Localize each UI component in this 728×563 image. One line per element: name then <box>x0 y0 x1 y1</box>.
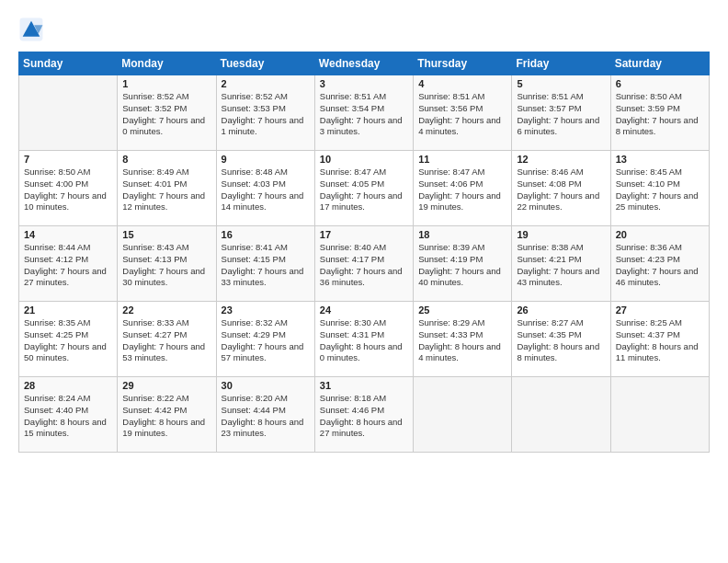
day-info: Sunrise: 8:44 AMSunset: 4:12 PMDaylight:… <box>24 242 112 289</box>
calendar-cell: 13Sunrise: 8:45 AMSunset: 4:10 PMDayligh… <box>610 151 709 226</box>
day-number: 31 <box>320 380 408 391</box>
day-number: 29 <box>122 380 210 391</box>
calendar-cell: 29Sunrise: 8:22 AMSunset: 4:42 PMDayligh… <box>118 377 216 453</box>
day-info: Sunrise: 8:50 AMSunset: 4:00 PMDaylight:… <box>24 167 112 213</box>
calendar-cell: 24Sunrise: 8:30 AMSunset: 4:31 PMDayligh… <box>314 302 413 377</box>
day-number: 14 <box>24 229 112 240</box>
calendar-cell: 9Sunrise: 8:48 AMSunset: 4:03 PMDaylight… <box>216 151 314 226</box>
day-number: 25 <box>418 304 506 316</box>
day-number: 26 <box>517 304 605 316</box>
calendar-header-row: SundayMondayTuesdayWednesdayThursdayFrid… <box>19 52 710 75</box>
day-number: 5 <box>517 78 605 89</box>
calendar-cell <box>610 377 709 453</box>
day-number: 30 <box>222 380 310 391</box>
calendar-cell: 6Sunrise: 8:50 AMSunset: 3:59 PMDaylight… <box>610 75 709 151</box>
calendar-cell <box>414 377 512 453</box>
day-number: 23 <box>222 304 310 316</box>
calendar-cell: 4Sunrise: 8:51 AMSunset: 3:56 PMDaylight… <box>414 75 512 151</box>
day-number: 8 <box>122 154 210 165</box>
calendar-cell: 20Sunrise: 8:36 AMSunset: 4:23 PMDayligh… <box>610 226 709 302</box>
day-info: Sunrise: 8:52 AMSunset: 3:53 PMDaylight:… <box>222 91 310 138</box>
day-info: Sunrise: 8:48 AMSunset: 4:03 PMDaylight:… <box>222 167 310 213</box>
day-info: Sunrise: 8:30 AMSunset: 4:31 PMDaylight:… <box>320 317 408 364</box>
day-info: Sunrise: 8:45 AMSunset: 4:10 PMDaylight:… <box>616 167 704 213</box>
day-info: Sunrise: 8:29 AMSunset: 4:33 PMDaylight:… <box>418 317 506 364</box>
weekday-header-friday: Friday <box>512 52 610 75</box>
day-number: 1 <box>122 78 210 89</box>
calendar-cell: 3Sunrise: 8:51 AMSunset: 3:54 PMDaylight… <box>314 75 413 151</box>
calendar-cell: 15Sunrise: 8:43 AMSunset: 4:13 PMDayligh… <box>118 226 216 302</box>
calendar-cell: 25Sunrise: 8:29 AMSunset: 4:33 PMDayligh… <box>414 302 512 377</box>
day-number: 19 <box>517 229 605 240</box>
calendar-cell: 27Sunrise: 8:25 AMSunset: 4:37 PMDayligh… <box>610 302 709 377</box>
logo-icon <box>18 17 44 42</box>
calendar-cell <box>19 75 118 151</box>
calendar-cell: 21Sunrise: 8:35 AMSunset: 4:25 PMDayligh… <box>19 302 118 377</box>
page: SundayMondayTuesdayWednesdayThursdayFrid… <box>0 0 728 563</box>
calendar-cell: 17Sunrise: 8:40 AMSunset: 4:17 PMDayligh… <box>314 226 413 302</box>
day-info: Sunrise: 8:18 AMSunset: 4:46 PMDaylight:… <box>320 393 408 440</box>
day-info: Sunrise: 8:25 AMSunset: 4:37 PMDaylight:… <box>616 317 704 364</box>
day-number: 27 <box>616 304 704 316</box>
day-info: Sunrise: 8:32 AMSunset: 4:29 PMDaylight:… <box>222 317 310 364</box>
calendar-cell: 19Sunrise: 8:38 AMSunset: 4:21 PMDayligh… <box>512 226 610 302</box>
weekday-header-sunday: Sunday <box>19 52 118 75</box>
weekday-header-saturday: Saturday <box>610 52 709 75</box>
calendar-cell: 30Sunrise: 8:20 AMSunset: 4:44 PMDayligh… <box>216 377 314 453</box>
day-info: Sunrise: 8:39 AMSunset: 4:19 PMDaylight:… <box>418 242 506 289</box>
day-number: 2 <box>222 78 310 89</box>
day-number: 28 <box>24 380 112 391</box>
day-info: Sunrise: 8:38 AMSunset: 4:21 PMDaylight:… <box>517 242 605 289</box>
calendar-week-3: 21Sunrise: 8:35 AMSunset: 4:25 PMDayligh… <box>19 302 710 377</box>
calendar-cell: 14Sunrise: 8:44 AMSunset: 4:12 PMDayligh… <box>19 226 118 302</box>
calendar-week-1: 7Sunrise: 8:50 AMSunset: 4:00 PMDaylight… <box>19 151 710 226</box>
calendar-cell: 8Sunrise: 8:49 AMSunset: 4:01 PMDaylight… <box>118 151 216 226</box>
day-info: Sunrise: 8:22 AMSunset: 4:42 PMDaylight:… <box>122 393 210 440</box>
day-info: Sunrise: 8:43 AMSunset: 4:13 PMDaylight:… <box>122 242 210 289</box>
day-info: Sunrise: 8:50 AMSunset: 3:59 PMDaylight:… <box>616 91 704 138</box>
day-number: 13 <box>616 154 704 165</box>
day-number: 7 <box>24 154 112 165</box>
day-info: Sunrise: 8:33 AMSunset: 4:27 PMDaylight:… <box>122 317 210 364</box>
calendar-cell: 16Sunrise: 8:41 AMSunset: 4:15 PMDayligh… <box>216 226 314 302</box>
day-info: Sunrise: 8:52 AMSunset: 3:52 PMDaylight:… <box>122 91 210 138</box>
calendar-cell <box>512 377 610 453</box>
weekday-header-tuesday: Tuesday <box>216 52 314 75</box>
calendar-week-0: 1Sunrise: 8:52 AMSunset: 3:52 PMDaylight… <box>19 75 710 151</box>
calendar-cell: 5Sunrise: 8:51 AMSunset: 3:57 PMDaylight… <box>512 75 610 151</box>
day-info: Sunrise: 8:27 AMSunset: 4:35 PMDaylight:… <box>517 317 605 364</box>
logo <box>18 17 46 42</box>
calendar-cell: 7Sunrise: 8:50 AMSunset: 4:00 PMDaylight… <box>19 151 118 226</box>
day-number: 6 <box>616 78 704 89</box>
weekday-header-thursday: Thursday <box>414 52 512 75</box>
calendar-cell: 18Sunrise: 8:39 AMSunset: 4:19 PMDayligh… <box>414 226 512 302</box>
calendar-cell: 26Sunrise: 8:27 AMSunset: 4:35 PMDayligh… <box>512 302 610 377</box>
day-number: 12 <box>517 154 605 165</box>
calendar-week-4: 28Sunrise: 8:24 AMSunset: 4:40 PMDayligh… <box>19 377 710 453</box>
day-info: Sunrise: 8:41 AMSunset: 4:15 PMDaylight:… <box>222 242 310 289</box>
calendar-cell: 31Sunrise: 8:18 AMSunset: 4:46 PMDayligh… <box>314 377 413 453</box>
calendar-cell: 1Sunrise: 8:52 AMSunset: 3:52 PMDaylight… <box>118 75 216 151</box>
day-info: Sunrise: 8:47 AMSunset: 4:05 PMDaylight:… <box>320 167 408 213</box>
day-info: Sunrise: 8:51 AMSunset: 3:57 PMDaylight:… <box>517 91 605 138</box>
calendar-cell: 22Sunrise: 8:33 AMSunset: 4:27 PMDayligh… <box>118 302 216 377</box>
day-number: 20 <box>616 229 704 240</box>
day-number: 10 <box>320 154 408 165</box>
day-number: 24 <box>320 304 408 316</box>
calendar-cell: 23Sunrise: 8:32 AMSunset: 4:29 PMDayligh… <box>216 302 314 377</box>
calendar-cell: 28Sunrise: 8:24 AMSunset: 4:40 PMDayligh… <box>19 377 118 453</box>
day-number: 16 <box>222 229 310 240</box>
day-number: 11 <box>418 154 506 165</box>
day-info: Sunrise: 8:49 AMSunset: 4:01 PMDaylight:… <box>122 167 210 213</box>
day-info: Sunrise: 8:40 AMSunset: 4:17 PMDaylight:… <box>320 242 408 289</box>
day-number: 22 <box>122 304 210 316</box>
day-number: 18 <box>418 229 506 240</box>
day-number: 3 <box>320 78 408 89</box>
day-info: Sunrise: 8:46 AMSunset: 4:08 PMDaylight:… <box>517 167 605 213</box>
day-info: Sunrise: 8:35 AMSunset: 4:25 PMDaylight:… <box>24 317 112 364</box>
day-number: 9 <box>222 154 310 165</box>
calendar-cell: 2Sunrise: 8:52 AMSunset: 3:53 PMDaylight… <box>216 75 314 151</box>
weekday-header-wednesday: Wednesday <box>314 52 413 75</box>
calendar-cell: 10Sunrise: 8:47 AMSunset: 4:05 PMDayligh… <box>314 151 413 226</box>
day-number: 21 <box>24 304 112 316</box>
